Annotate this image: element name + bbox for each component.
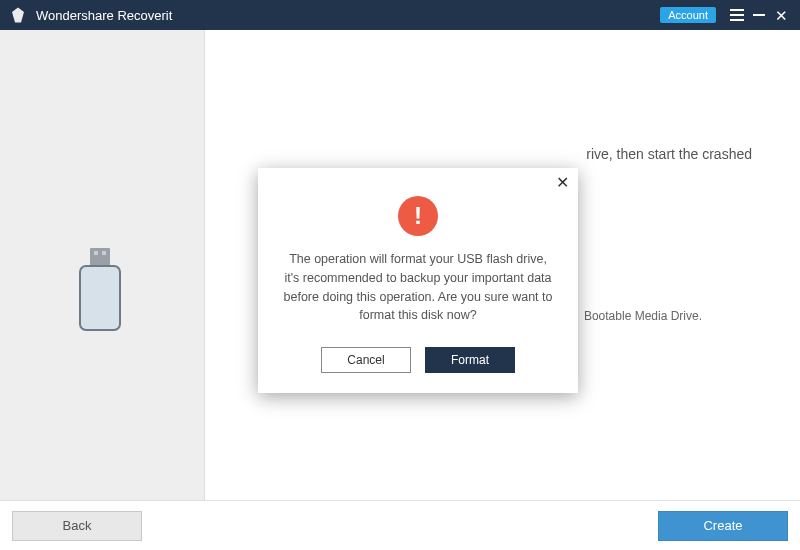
format-confirm-dialog: ✕ ! The operation will format your USB f… <box>258 168 578 393</box>
dialog-button-row: Cancel Format <box>258 347 578 373</box>
dialog-message: The operation will format your USB flash… <box>258 250 578 325</box>
titlebar: Wondershare Recoverit Account ✕ <box>0 0 800 30</box>
app-title: Wondershare Recoverit <box>36 8 660 23</box>
back-button[interactable]: Back <box>12 511 142 541</box>
warning-icon: ! <box>398 196 438 236</box>
modal-backdrop: ✕ ! The operation will format your USB f… <box>0 30 800 500</box>
account-button[interactable]: Account <box>660 7 716 23</box>
create-button[interactable]: Create <box>658 511 788 541</box>
warning-glyph: ! <box>414 202 422 230</box>
close-icon[interactable]: ✕ <box>552 172 572 192</box>
app-logo-icon <box>8 5 28 25</box>
close-window-button[interactable]: ✕ <box>770 0 792 30</box>
cancel-button[interactable]: Cancel <box>321 347 411 373</box>
format-button[interactable]: Format <box>425 347 515 373</box>
footer-bar: Back Create <box>0 500 800 550</box>
main-body: rive, then start the crashed Bootable Me… <box>0 30 800 500</box>
minimize-button[interactable] <box>748 0 770 30</box>
hamburger-menu-icon[interactable] <box>726 0 748 30</box>
